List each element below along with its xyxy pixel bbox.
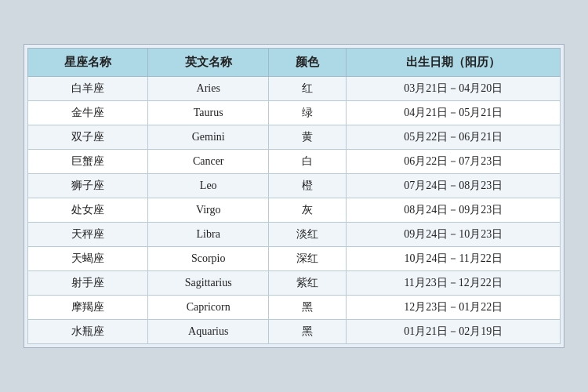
cell-dates: 12月23日－01月22日 xyxy=(347,296,561,320)
cell-chinese-name: 狮子座 xyxy=(28,174,148,198)
cell-english-name: Libra xyxy=(148,223,268,247)
cell-color: 灰 xyxy=(268,198,346,223)
cell-english-name: Cancer xyxy=(148,150,268,174)
cell-chinese-name: 双子座 xyxy=(28,125,148,150)
cell-color: 红 xyxy=(268,77,346,101)
cell-color: 白 xyxy=(268,150,346,174)
cell-english-name: Virgo xyxy=(148,198,268,223)
table-wrapper: 星座名称 英文名称 颜色 出生日期（阳历） 白羊座Aries红03月21日－04… xyxy=(24,44,564,348)
cell-english-name: Scorpio xyxy=(148,247,268,271)
cell-chinese-name: 摩羯座 xyxy=(28,296,148,320)
cell-chinese-name: 射手座 xyxy=(28,271,148,296)
cell-chinese-name: 巨蟹座 xyxy=(28,150,148,174)
table-row: 射手座Sagittarius紫红11月23日－12月22日 xyxy=(28,271,561,296)
table-row: 天蝎座Scorpio深红10月24日－11月22日 xyxy=(28,247,561,271)
header-dates: 出生日期（阳历） xyxy=(347,49,561,77)
table-header-row: 星座名称 英文名称 颜色 出生日期（阳历） xyxy=(28,49,561,77)
cell-dates: 09月24日－10月23日 xyxy=(347,223,561,247)
zodiac-table: 星座名称 英文名称 颜色 出生日期（阳历） 白羊座Aries红03月21日－04… xyxy=(27,48,561,344)
cell-dates: 01月21日－02月19日 xyxy=(347,320,561,344)
cell-chinese-name: 白羊座 xyxy=(28,77,148,101)
cell-english-name: Sagittarius xyxy=(148,271,268,296)
table-row: 巨蟹座Cancer白06月22日－07月23日 xyxy=(28,150,561,174)
table-row: 白羊座Aries红03月21日－04月20日 xyxy=(28,77,561,101)
cell-color: 黑 xyxy=(268,320,346,344)
cell-english-name: Aquarius xyxy=(148,320,268,344)
cell-dates: 07月24日－08月23日 xyxy=(347,174,561,198)
cell-english-name: Gemini xyxy=(148,125,268,150)
cell-color: 绿 xyxy=(268,101,346,125)
table-row: 狮子座Leo橙07月24日－08月23日 xyxy=(28,174,561,198)
cell-color: 淡红 xyxy=(268,223,346,247)
cell-english-name: Capricorn xyxy=(148,296,268,320)
table-row: 双子座Gemini黄05月22日－06月21日 xyxy=(28,125,561,150)
cell-chinese-name: 水瓶座 xyxy=(28,320,148,344)
table-row: 金牛座Taurus绿04月21日－05月21日 xyxy=(28,101,561,125)
cell-dates: 10月24日－11月22日 xyxy=(347,247,561,271)
table-row: 摩羯座Capricorn黑12月23日－01月22日 xyxy=(28,296,561,320)
table-row: 水瓶座Aquarius黑01月21日－02月19日 xyxy=(28,320,561,344)
cell-english-name: Leo xyxy=(148,174,268,198)
cell-color: 紫红 xyxy=(268,271,346,296)
cell-chinese-name: 金牛座 xyxy=(28,101,148,125)
cell-dates: 06月22日－07月23日 xyxy=(347,150,561,174)
cell-chinese-name: 处女座 xyxy=(28,198,148,223)
table-row: 处女座Virgo灰08月24日－09月23日 xyxy=(28,198,561,223)
cell-color: 深红 xyxy=(268,247,346,271)
table-row: 天秤座Libra淡红09月24日－10月23日 xyxy=(28,223,561,247)
cell-english-name: Taurus xyxy=(148,101,268,125)
cell-dates: 04月21日－05月21日 xyxy=(347,101,561,125)
cell-color: 黄 xyxy=(268,125,346,150)
cell-dates: 08月24日－09月23日 xyxy=(347,198,561,223)
cell-dates: 05月22日－06月21日 xyxy=(347,125,561,150)
header-chinese-name: 星座名称 xyxy=(28,49,148,77)
cell-dates: 03月21日－04月20日 xyxy=(347,77,561,101)
header-color: 颜色 xyxy=(268,49,346,77)
cell-english-name: Aries xyxy=(148,77,268,101)
header-english-name: 英文名称 xyxy=(148,49,268,77)
cell-chinese-name: 天秤座 xyxy=(28,223,148,247)
cell-color: 橙 xyxy=(268,174,346,198)
cell-dates: 11月23日－12月22日 xyxy=(347,271,561,296)
cell-color: 黑 xyxy=(268,296,346,320)
cell-chinese-name: 天蝎座 xyxy=(28,247,148,271)
